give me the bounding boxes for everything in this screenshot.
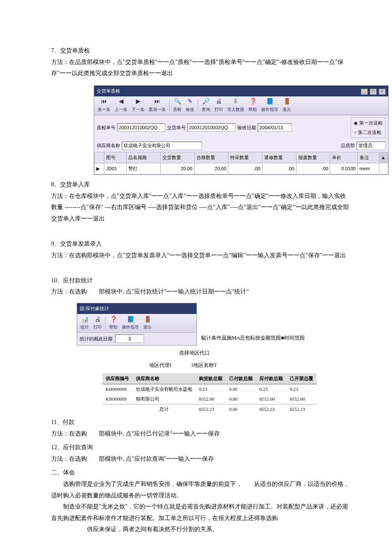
col-tecai: 特采数量 [228,152,262,163]
toolbar-sep [169,99,170,112]
cell-baofei: .00 [296,163,330,174]
prev-icon: ◀ [117,98,125,105]
minimize-icon[interactable]: _ [361,89,368,95]
sup-name: 欣成电子实业有帆司永益电 [133,384,196,394]
dept-input[interactable] [357,142,386,150]
scroll-up-icon[interactable]: ▲ [379,152,388,163]
tihui-p3: 供应来保证，两者之间有着决然不行分割的关系。 [51,524,349,535]
cell-tecai: .00 [228,163,262,174]
total-cell: 6552.23 [286,404,317,414]
cell-jiaohuo: 20.00 [160,163,194,174]
maximize-icon[interactable]: □ [370,89,377,95]
cell-tuhao: JD01 [104,163,127,174]
prev-button[interactable]: ◀上一条 [113,97,129,114]
print-button[interactable]: 🖨打印 [92,315,104,331]
dept-label: 品质部 [341,141,355,150]
qc-titlebar: 交货单质检 _ □ × [94,86,388,96]
total-cell: 6552.23 [196,404,226,414]
sup-code: KH000009 [102,394,133,404]
cell: 0.23 [256,384,286,394]
stat-date-label: 统计的截此日期 [80,334,112,343]
help-icon: ❓ [109,315,118,323]
import-icon: ⇩ [231,98,240,105]
sup-code: KH000008 [102,384,133,394]
help-label: 帮助 [109,323,118,331]
tihui-p1: 选购管理是企业为了完成生产和销售安排，确保牢靠质量的前提下， 从适当的供应厂商，… [51,479,349,501]
qc-button[interactable]: 🔍质检 [171,97,183,114]
help-button[interactable]: ❓帮助 [107,315,119,331]
col-purchase-total: 购货款总额 [196,373,226,384]
prev-label: 上一条 [115,105,127,113]
sec10-method: 方法：在选购 部模块中, 点"应付款统计"一一输入统计日期一一点"统计" [51,286,349,298]
print-icon: 🖨 [214,98,223,105]
acc-date-label: 验收日期 [237,123,256,132]
stat-date-input[interactable] [115,334,144,343]
cell: 0.00 [226,394,256,404]
col-invoice-total: 己开票总覆 [286,373,317,384]
payable-row: KH000009 朝有限公司 6552.00 0.00 6552.00 6552… [102,394,317,404]
qc-form-row1: 质检单号 交货单号 验收日期 ◉第一次送检 ○第二次送检 [94,115,388,140]
cell: 6552.00 [286,394,317,404]
import-button[interactable]: ⇩导入数据 [225,97,246,114]
qc-no-input[interactable] [117,123,165,132]
qc-window-title: 交货单质检 [97,87,120,96]
qc-window: 交货单质检 _ □ × ⏮第一条 ◀上一条 ▶下一条 ⏭最后一条 🔍质检 ✎修改… [94,85,389,175]
payable-header-row: 供应商编号 供应商名称 购货款总额 己付款总额 应付款总额 己开票总覆 [102,373,317,384]
modify-button[interactable]: ✎修改 [184,97,196,114]
first-button[interactable]: ⏮第一条 [96,97,112,114]
total-label: 总计 [133,404,196,414]
first-check-label: 第一次送检 [359,119,383,128]
next-button[interactable]: ▶下一条 [130,97,146,114]
stat-icon: 📊 [81,315,89,323]
guide-button[interactable]: 📘操作指导 [259,97,280,114]
close-icon[interactable]: × [379,89,386,95]
help-button[interactable]: ❓帮助 [247,97,259,114]
stat-toolbar: 📊统计 🖨打印 ❓帮助 📘操作指导 🚪退出 [77,314,196,333]
qc-icon: 🔍 [173,98,182,105]
second-check-radio[interactable]: ○第二次送检 [354,128,383,137]
supplier-label: 供应商名称 [97,141,120,150]
dn-no-input[interactable] [187,123,236,132]
print-icon: 🖨 [93,315,102,323]
qc-toolbar: ⏮第一条 ◀上一条 ▶下一条 ⏭最后一条 🔍质检 ✎修改 🔎查询 🖨打印 ⇩导入… [94,96,388,115]
acc-date-input[interactable] [258,123,292,132]
tihui-p2: 制造业不能是"无米之炊"，它的一个特点就是必需首先购进原材料才能进行加工。对装配… [51,501,349,524]
cell: 0.23 [286,384,317,394]
cell: 6552.00 [256,394,286,404]
second-check-label: 第二次送检 [358,128,381,137]
radio-dot-icon: ◉ [354,119,358,128]
cell-hege: 20.00 [194,163,228,174]
grid-row[interactable]: ▶ JD01 警灯 20.00 20.00 .00 .00 .00 0.0100… [95,163,388,174]
sup-name-header: 供应商名称 [133,373,196,384]
query-button[interactable]: 🔎查询 [200,97,212,114]
sec10-title: 10、应付款统计 [51,275,349,287]
stat-button[interactable]: 📊统计 [79,315,91,331]
help-icon: ❓ [248,98,257,105]
print-button[interactable]: 🖨打印 [213,97,225,114]
cell-danjia: 0.0100 [330,163,357,174]
sec12-method: 方法：在选购 部模块中, 点"应付款查询"一一输入一一保存 [51,453,349,465]
supplier-input[interactable] [122,142,202,150]
stat-titlebar: 国:应付豪统计 [77,303,196,314]
next-label: 下一条 [132,105,144,113]
col-beizhu: 备注 [357,152,379,163]
exit-button[interactable]: 🚪退出 [141,315,153,331]
sec7-method: 方法：在品质部模块中，点"交货单质检"一一点"质检"一一选择"质检单号"一一点"… [51,57,349,79]
last-button[interactable]: ⏭最后一条 [147,97,167,114]
import-label: 导入数据 [227,105,244,113]
sec11-title: 11、付款 [51,417,349,428]
modify-icon: ✎ [186,98,194,105]
guide-button[interactable]: 📘操作指导 [120,315,141,331]
col-pinming: 品名规格 [127,152,161,163]
help-label: 帮助 [248,105,257,113]
send-check-group: ◉第一次送检 ○第二次送检 [351,117,386,138]
area-name-label: 3地区名称T [191,362,217,368]
exit-button[interactable]: 🚪退出 [281,97,293,114]
query-label: 查询 [202,105,210,113]
guide-icon: 📘 [265,98,274,105]
qc-grid: 图号 品名规格 交货数量 合格数量 特采数量 退修数量 报废数量 单价 备注 ▲… [94,152,388,174]
cell: 0.23 [196,384,226,394]
toolbar-sep [105,317,106,329]
modify-label: 修改 [186,105,194,113]
first-check-radio[interactable]: ◉第一次送检 [354,119,383,128]
